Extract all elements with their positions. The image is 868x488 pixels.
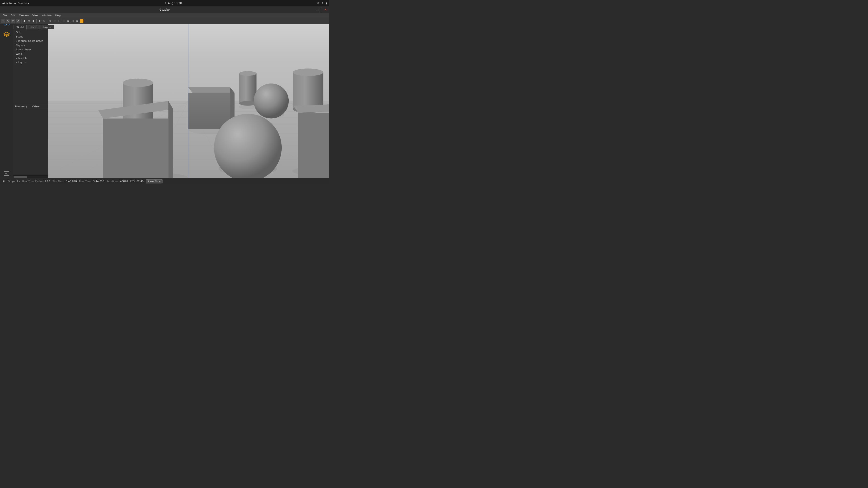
system-bar-clock: 7. Aug 13:38 — [164, 2, 182, 5]
toolbar-grid-btn[interactable]: ⬚ — [57, 19, 61, 23]
window-controls: − ⃞ ✕ — [315, 8, 327, 11]
rtf-value: 1.00 — [44, 180, 50, 183]
real-time-factor-item: Real Time Factor: 1.00 — [22, 180, 50, 183]
world-item-atmosphere-label: Atmosphere — [16, 48, 31, 51]
world-item-wind[interactable]: Wind — [13, 52, 48, 56]
fps-label: FPS: — [130, 180, 135, 183]
status-bar: ⏸ Steps: 1 - Real Time Factor: 1.00 Sim … — [0, 178, 329, 184]
toolbar-align-btn[interactable]: ◫ — [71, 19, 75, 23]
world-panel-content: GUI Scene Spherical Coordinates Physics … — [13, 29, 48, 66]
world-item-wind-label: Wind — [16, 53, 22, 55]
sim-time-label: Sim Time: — [53, 180, 65, 183]
svg-rect-50 — [103, 119, 168, 178]
menu-camera[interactable]: Camera — [17, 13, 31, 18]
iterations-item: Iterations: 43828 — [106, 180, 128, 183]
real-time-value: 3:44.095 — [93, 180, 104, 183]
world-item-scene-label: Scene — [16, 35, 24, 38]
world-item-atmosphere[interactable]: Atmosphere — [13, 47, 48, 52]
world-item-physics-label: Physics — [16, 44, 25, 47]
svg-rect-45 — [188, 93, 230, 129]
toolbar-select-btn[interactable]: ✛ — [1, 19, 5, 23]
svg-marker-3 — [4, 32, 9, 35]
steps-label: Steps: 1 - — [8, 180, 20, 183]
system-bar-right: ⊞ ♪ ▮ — [317, 2, 327, 5]
real-time-label: Real Time: — [79, 180, 92, 183]
toolbar-physics-btn[interactable]: ⊕ — [48, 19, 52, 23]
menu-view[interactable]: View — [31, 13, 40, 18]
app-indicator[interactable]: Gazebo ▾ — [18, 2, 29, 5]
world-item-scene[interactable]: Scene — [13, 35, 48, 39]
tab-world[interactable]: World — [13, 25, 27, 29]
menu-edit[interactable]: Edit — [8, 13, 17, 18]
iterations-label: Iterations: — [106, 180, 119, 183]
viewport-3d[interactable] — [48, 24, 329, 178]
aktivitaten-label[interactable]: Aktivitäten — [2, 2, 16, 5]
menu-file[interactable]: File — [1, 13, 8, 18]
world-item-gui-label: GUI — [16, 31, 20, 34]
menu-window[interactable]: Window — [40, 13, 53, 18]
close-button[interactable]: ✕ — [324, 8, 327, 11]
world-item-spherical-label: Spherical Coordinates — [16, 39, 43, 42]
toolbar-rotate-btn[interactable]: ⟳ — [11, 19, 16, 23]
title-bar: Gazebo − ⃞ ✕ — [0, 6, 329, 13]
property-col-header: Property — [15, 105, 27, 108]
toolbar-snap-btn[interactable]: ⬛ — [62, 19, 66, 23]
fps-value: 62.49 — [136, 180, 144, 183]
network-icon[interactable]: ⊞ — [317, 2, 319, 5]
minimize-button[interactable]: − — [315, 8, 318, 11]
toolbar-cylinder-btn[interactable]: ◼ — [31, 19, 35, 23]
iterations-value: 43828 — [120, 180, 128, 183]
world-item-models-label: Models — [18, 57, 27, 60]
world-scrollbar[interactable] — [13, 175, 48, 178]
models-arrow-icon: ▶ — [16, 57, 18, 59]
toolbar-measure-btn[interactable]: ▣ — [66, 19, 70, 23]
rtf-label: Real Time Factor: — [22, 180, 43, 183]
world-item-spherical[interactable]: Spherical Coordinates — [13, 39, 48, 43]
svg-rect-53 — [298, 113, 329, 178]
world-item-models[interactable]: ▶ Models — [13, 56, 48, 60]
toolbar-screenshot-btn[interactable]: ▣ — [75, 19, 79, 23]
sidebar-terminal-icon[interactable] — [2, 169, 11, 178]
toolbar: ✛ ↖ ⟳ ⤢ ● ◻ ◼ ✱ ☉ ⊕ ↔ ⬚ ⬛ ▣ ◫ ▣ — [0, 18, 329, 24]
toolbar-sep-2 — [36, 19, 37, 23]
tab-bar: World Insert Layers — [13, 24, 55, 29]
system-bar: Aktivitäten Gazebo ▾ 7. Aug 13:38 ⊞ ♪ ▮ — [0, 0, 329, 6]
window-title: Gazebo — [159, 8, 169, 11]
toolbar-scale-btn[interactable]: ⤢ — [16, 19, 20, 23]
toolbar-log-btn[interactable] — [80, 19, 84, 23]
lights-arrow-icon: ▶ — [16, 61, 18, 64]
sidebar-layers-icon[interactable] — [2, 30, 11, 39]
scrollbar-thumb[interactable] — [13, 176, 27, 178]
system-bar-left: Aktivitäten Gazebo ▾ — [2, 2, 29, 5]
toolbar-camera-btn[interactable]: ☉ — [42, 19, 46, 23]
property-header: Property Value — [13, 104, 48, 109]
world-item-lights-label: Lights — [18, 61, 26, 64]
audio-icon[interactable]: ♪ — [322, 2, 323, 5]
toolbar-sphere-btn[interactable]: ● — [22, 19, 26, 23]
pause-button[interactable]: ⏸ — [2, 180, 6, 184]
world-item-gui[interactable]: GUI — [13, 30, 48, 35]
tab-layers[interactable]: Layers — [40, 25, 54, 29]
toolbar-move-btn[interactable]: ↖ — [6, 19, 10, 23]
menu-bar: File Edit Camera View Window Help — [0, 13, 329, 18]
battery-icon[interactable]: ▮ — [326, 2, 327, 5]
svg-point-38 — [239, 71, 256, 76]
svg-marker-49 — [168, 101, 173, 178]
svg-rect-34 — [123, 82, 153, 124]
toolbar-light-btn[interactable]: ✱ — [37, 19, 41, 23]
toolbar-cube-btn[interactable]: ◻ — [27, 19, 31, 23]
property-panel: Property Value — [13, 104, 48, 174]
world-item-physics[interactable]: Physics — [13, 43, 48, 47]
toolbar-arrow-btn[interactable]: ↔ — [53, 19, 57, 23]
world-item-lights[interactable]: ▶ Lights — [13, 60, 48, 65]
sim-time-value: 3:43.828 — [66, 180, 77, 183]
tab-insert[interactable]: Insert — [27, 25, 40, 29]
svg-marker-43 — [188, 87, 235, 93]
value-col-header: Value — [32, 105, 39, 108]
reset-time-button[interactable]: Reset Time — [146, 180, 162, 184]
svg-point-35 — [123, 78, 153, 87]
steps-item: Steps: 1 - — [8, 180, 20, 183]
real-time-item: Real Time: 3:44.095 — [79, 180, 104, 183]
restore-button[interactable]: ⃞ — [319, 8, 323, 11]
menu-help[interactable]: Help — [53, 13, 63, 18]
